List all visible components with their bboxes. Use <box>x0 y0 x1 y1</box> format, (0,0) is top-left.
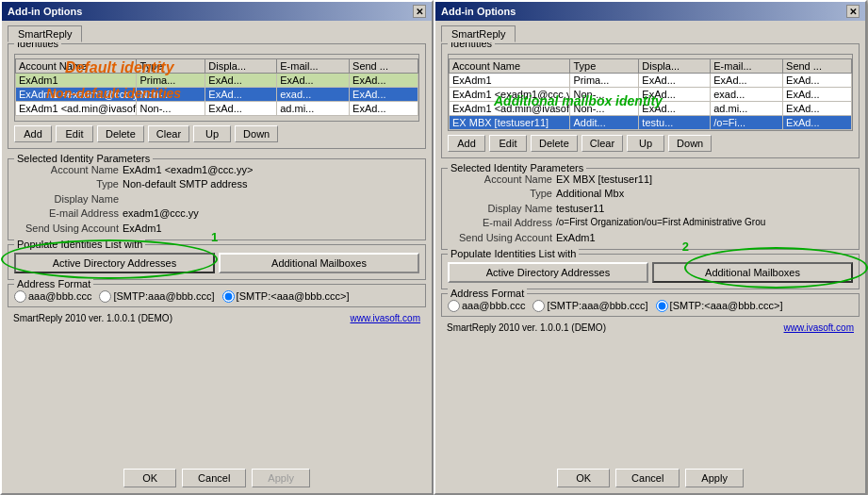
populate-title-1: Populate Identities List with <box>14 239 145 250</box>
col-type-1: Type <box>137 59 205 74</box>
cell-type: Addit... <box>570 116 639 130</box>
cell-display: ExAd... <box>639 74 711 88</box>
edit-button-2[interactable]: Edit <box>489 135 527 152</box>
populate-title-2: Populate Identities List with <box>448 248 579 259</box>
dialog-title-2: Add-in Options <box>441 6 516 17</box>
radio-input-aaa-2[interactable] <box>448 300 460 312</box>
active-directory-btn-1[interactable]: Active Directory Addresses <box>14 253 215 273</box>
clear-button-1[interactable]: Clear <box>148 125 189 142</box>
table-row[interactable]: ExAdm1 Prima... ExAd... ExAd... ExAd... <box>450 74 852 88</box>
identity-table-1: Account Name Type Displa... E-mail... Se… <box>15 58 418 116</box>
col-display-2: Displa... <box>639 59 711 74</box>
cell-type: Non-... <box>137 88 205 102</box>
cancel-button-2[interactable]: Cancel <box>615 469 680 487</box>
radio-input-aaa-1[interactable] <box>14 290 26 303</box>
table-row[interactable]: ExAdm1 <ad.min@ivasoft.local> Non-... Ex… <box>16 102 418 116</box>
table-row[interactable]: ExAdm1 Prima... ExAd... ExAd... ExAd... <box>16 74 418 88</box>
additional-mailboxes-btn-2[interactable]: Additional Mailboxes <box>652 262 853 283</box>
delete-button-2[interactable]: Delete <box>531 135 578 152</box>
radio-smtp2-2: [SMTP:<aaa@bbb.ccc>] <box>656 300 783 312</box>
radio-input-smtp1-2[interactable] <box>532 300 545 312</box>
cell-email: /o=Fi... <box>711 116 783 130</box>
col-email-2: E-mail... <box>711 59 783 74</box>
down-button-2[interactable]: Down <box>668 135 712 152</box>
down-button-1[interactable]: Down <box>235 125 278 142</box>
tab-smartreply-1[interactable]: SmartReply <box>8 25 82 42</box>
param-type-2: Type Additional Mbx <box>448 187 853 201</box>
address-title-2: Address Format <box>448 288 527 299</box>
close-button-1[interactable]: ✕ <box>413 5 426 18</box>
cell-send: ExAd... <box>783 74 852 88</box>
identities-group-2: Identities Additional mailbox identity A… <box>441 43 860 158</box>
delete-button-1[interactable]: Delete <box>97 125 144 142</box>
col-email-1: E-mail... <box>277 59 350 74</box>
param-account-1: Account Name ExAdm1 <exadm1@ccc.yy> <box>14 163 419 177</box>
identities-btn-row-1: Add Edit Delete Clear Up Down <box>14 125 419 142</box>
additional-mailboxes-btn-1[interactable]: Additional Mailboxes <box>219 253 419 273</box>
param-send-1: Send Using Account ExAdm1 <box>14 222 419 236</box>
ok-button-1[interactable]: OK <box>123 469 176 487</box>
cell-display: ExAd... <box>639 102 711 116</box>
param-email-2: E-mail Address /o=First Organization/ou=… <box>448 216 853 230</box>
radio-input-smtp1-1[interactable] <box>99 290 111 303</box>
website-link-1[interactable]: www.ivasoft.com <box>351 313 420 323</box>
param-display-2: Display Name testuser11 <box>448 202 853 216</box>
param-display-1: Display Name <box>14 192 419 206</box>
close-button-2[interactable]: ✕ <box>846 5 860 18</box>
up-button-1[interactable]: Up <box>193 125 231 142</box>
radio-aaa-1: aaa@bbb.ccc <box>14 290 91 303</box>
ok-button-2[interactable]: OK <box>557 469 610 487</box>
cell-account: ExAdm1 <box>16 74 137 88</box>
cell-email: ExAd... <box>277 74 350 88</box>
address-title-1: Address Format <box>14 278 93 289</box>
dialog-1: Add-in Options ✕ SmartReply Identities D… <box>0 0 434 495</box>
cell-email: exad... <box>711 88 783 102</box>
tab-smartreply-2[interactable]: SmartReply <box>441 25 516 42</box>
params-box-1: Selected Identity Parameters Account Nam… <box>8 158 426 240</box>
cell-account: ExAdm1 <exadm1@ccc.yy> <box>16 88 137 102</box>
params-box-2: Selected Identity Parameters Account Nam… <box>441 168 860 250</box>
radio-aaa-2: aaa@bbb.ccc <box>448 300 525 312</box>
table-row[interactable]: ExAdm1 <exadm1@ccc.yy> Non-... ExAd... e… <box>16 88 418 102</box>
cancel-button-1[interactable]: Cancel <box>182 469 246 487</box>
cell-display: ExAd... <box>205 88 277 102</box>
populate-btns-2: Active Directory Addresses Additional Ma… <box>448 262 853 283</box>
apply-button-2[interactable]: Apply <box>685 469 744 487</box>
footer-1: SmartReply 2010 ver. 1.0.0.1 (DEMO) www.… <box>8 311 426 325</box>
populate-box-1: Populate Identities List with 1 Active D… <box>8 244 426 280</box>
cell-send: ExAd... <box>350 88 418 102</box>
edit-button-1[interactable]: Edit <box>56 125 93 142</box>
website-link-2[interactable]: www.ivasoft.com <box>784 322 854 333</box>
cell-email: ad.mi... <box>277 102 350 116</box>
table-row[interactable]: EX MBX [testuser11] Addit... testu... /o… <box>450 116 852 130</box>
version-1: SmartReply 2010 ver. 1.0.0.1 (DEMO) <box>13 313 172 323</box>
active-directory-btn-2[interactable]: Active Directory Addresses <box>448 262 648 283</box>
tabs-1: SmartReply <box>8 25 426 41</box>
cell-display: ExAd... <box>639 88 711 102</box>
identity-table-2: Account Name Type Displa... E-mail... Se… <box>449 58 852 130</box>
table-row[interactable]: ExAdm1 <ad.min@ivasoft.local> Non-... Ex… <box>450 102 852 116</box>
cell-account: ExAdm1 <ad.min@ivasoft.local> <box>16 102 137 116</box>
table-row[interactable]: ExAdm1 <exadm1@ccc.yy> Non-... ExAd... e… <box>450 88 852 102</box>
params-title-2: Selected Identity Parameters <box>448 162 586 173</box>
param-send-2: Send Using Account ExAdm1 <box>448 231 853 245</box>
radio-input-smtp2-2[interactable] <box>656 300 668 312</box>
identity-table-container-1: Account Name Type Displa... E-mail... Se… <box>14 54 419 122</box>
clear-button-2[interactable]: Clear <box>581 135 623 152</box>
cell-account: ExAdm1 <box>450 74 570 88</box>
version-2: SmartReply 2010 ver. 1.0.0.1 (DEMO) <box>447 322 606 333</box>
apply-button-1[interactable]: Apply <box>252 469 310 487</box>
populate-btns-1: Active Directory Addresses Additional Ma… <box>14 253 419 273</box>
radio-input-smtp2-1[interactable] <box>222 290 235 303</box>
params-title-1: Selected Identity Parameters <box>14 153 153 164</box>
dialog-btn-row-1: OK Cancel Apply <box>2 465 432 493</box>
add-button-2[interactable]: Add <box>448 135 485 152</box>
cell-send: ExAd... <box>783 102 852 116</box>
up-button-2[interactable]: Up <box>627 135 664 152</box>
cell-type: Non-... <box>570 88 639 102</box>
col-account-2: Account Name <box>450 59 570 74</box>
param-account-2: Account Name EX MBX [testuser11] <box>448 173 853 187</box>
add-button-1[interactable]: Add <box>14 125 52 142</box>
radio-row-2: aaa@bbb.ccc [SMTP:aaa@bbb.ccc] [SMTP:<aa… <box>448 300 853 312</box>
cell-email: exad... <box>277 88 350 102</box>
